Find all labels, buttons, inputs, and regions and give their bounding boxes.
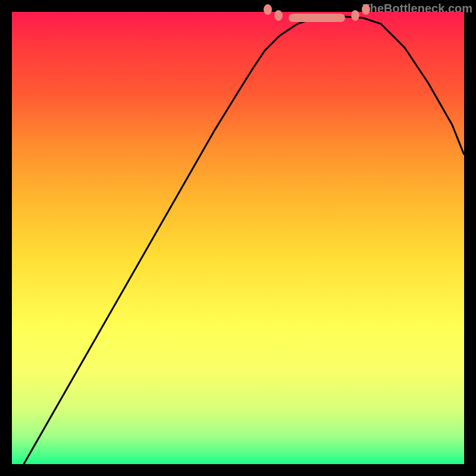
- chart-frame: TheBottleneck.com: [0, 0, 476, 476]
- plot-area: [12, 12, 464, 464]
- heat-gradient-background: [12, 12, 464, 464]
